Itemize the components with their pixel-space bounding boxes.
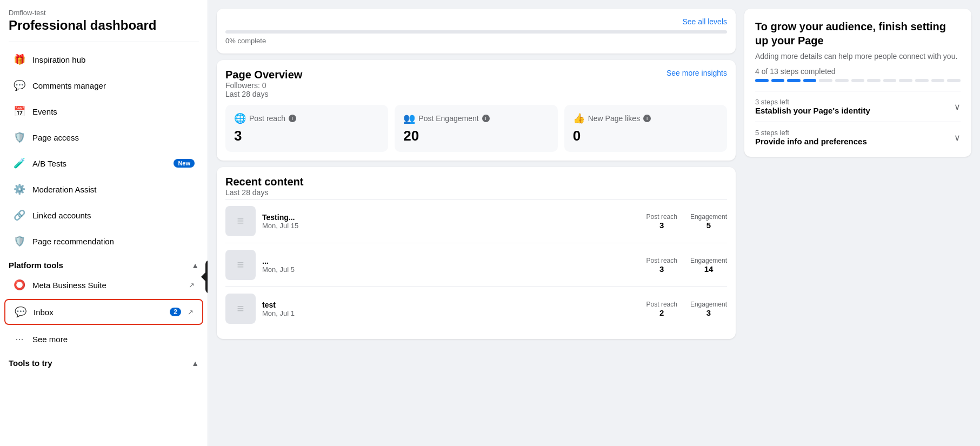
post-engagement-label: Post Engagement xyxy=(418,114,478,123)
content-stat-reach-2: Post reach 3 xyxy=(646,257,677,274)
nav-moderation-assist[interactable]: ⚙️ Moderation Assist xyxy=(4,177,203,201)
events-icon: 📅 xyxy=(13,105,26,118)
engagement-label-2: Engagement xyxy=(690,257,727,264)
sidebar-header: Dmflow-test Professional dashboard xyxy=(0,0,208,37)
step-title-1: Establish your Page's identity xyxy=(755,106,870,115)
see-all-levels-link[interactable]: See all levels xyxy=(683,17,728,26)
platform-tools-label: Platform tools xyxy=(9,261,63,270)
new-page-likes-value: 0 xyxy=(573,128,718,144)
nav-ab-tests[interactable]: 🧪 A/B Tests New xyxy=(4,151,203,175)
platform-tools-section[interactable]: Platform tools ▲ xyxy=(0,254,208,272)
reach-value-1: 3 xyxy=(659,221,664,230)
establish-identity-chevron-icon: ∨ xyxy=(954,102,961,112)
metrics-row: 🌐 Post reach i 3 👥 Post Engagement i 20 xyxy=(225,105,727,152)
content-stat-engagement-2: Engagement 14 xyxy=(690,257,727,274)
content-stats-1: Post reach 3 Engagement 5 xyxy=(646,213,727,230)
linked-accounts-icon: 🔗 xyxy=(13,209,26,222)
post-engagement-icon: 👥 xyxy=(403,112,415,124)
recent-content-card: Recent content Last 28 days ≡ Testing...… xyxy=(217,167,736,339)
reach-label-3: Post reach xyxy=(646,301,677,308)
nav-see-more[interactable]: ··· See more xyxy=(4,327,203,351)
content-thumb-1: ≡ xyxy=(225,206,256,236)
inbox-icon: 💬 xyxy=(14,305,27,318)
content-stats-3: Post reach 2 Engagement 3 xyxy=(646,301,727,317)
nav-label-events: Events xyxy=(32,107,195,116)
sidebar-divider xyxy=(9,42,199,42)
grow-desc: Adding more details can help more people… xyxy=(755,52,961,61)
content-stats-2: Post reach 3 Engagement 14 xyxy=(646,257,727,274)
post-engagement-info-icon[interactable]: i xyxy=(482,115,490,122)
new-page-likes-info-icon[interactable]: i xyxy=(643,115,651,122)
nav-label-page-access: Page access xyxy=(32,133,195,142)
external-link-icon: ↗ xyxy=(189,281,195,289)
metric-post-engagement: 👥 Post Engagement i 20 xyxy=(395,105,557,152)
content-item-1[interactable]: ≡ Testing... Mon, Jul 15 Post reach 3 En… xyxy=(225,199,727,243)
tools-to-try-chevron-icon: ▲ xyxy=(191,359,199,368)
post-reach-info-icon[interactable]: i xyxy=(289,115,296,122)
nav-events[interactable]: 📅 Events xyxy=(4,99,203,123)
reach-value-2: 3 xyxy=(659,264,664,274)
meta-business-suite-icon: ⭕ xyxy=(13,278,26,291)
metric-post-reach-label-row: 🌐 Post reach i xyxy=(234,112,379,124)
new-page-likes-icon: 👍 xyxy=(573,112,585,124)
main-left-panel: See all levels 0% complete Page Overview… xyxy=(217,9,736,437)
nav-inbox[interactable]: 💬 Inbox 2 ↗ xyxy=(4,299,203,325)
page-access-icon: 🛡️ xyxy=(13,131,26,144)
recent-content-title: Recent content xyxy=(225,176,727,188)
new-page-likes-label: New Page likes xyxy=(588,114,641,123)
nav-page-recommendation[interactable]: 🛡️ Page recommendation xyxy=(4,229,203,253)
steps-dots xyxy=(755,79,961,82)
engagement-value-2: 14 xyxy=(704,264,714,274)
step-item-establish-identity[interactable]: 3 steps left Establish your Page's ident… xyxy=(755,98,961,115)
step-dot-10 xyxy=(899,79,912,82)
step-steps-left-1: 3 steps left xyxy=(755,98,870,106)
step-dot-6 xyxy=(835,79,849,82)
tools-to-try-label: Tools to try xyxy=(9,358,52,368)
nav-label-see-more: See more xyxy=(32,335,195,344)
levels-card: See all levels 0% complete xyxy=(217,9,736,54)
nav-label-meta-business-suite: Meta Business Suite xyxy=(32,281,182,290)
nav-label-moderation-assist: Moderation Assist xyxy=(32,185,195,194)
content-item-3[interactable]: ≡ test Mon, Jul 1 Post reach 2 Engagemen… xyxy=(225,287,727,330)
content-date-2: Mon, Jul 5 xyxy=(262,265,640,274)
provide-info-chevron-icon: ∨ xyxy=(954,132,961,143)
nav-meta-business-suite[interactable]: ⭕ Meta Business Suite ↗ xyxy=(4,273,203,297)
moderation-assist-icon: ⚙️ xyxy=(13,183,26,196)
content-name-1: Testing... xyxy=(262,213,640,222)
nav-inspiration-hub[interactable]: 🎁 Inspiration hub xyxy=(4,48,203,71)
step-dot-7 xyxy=(851,79,865,82)
page-overview-card: Page Overview Followers: 0 Last 28 days … xyxy=(217,60,736,161)
overview-title-block: Page Overview Followers: 0 Last 28 days xyxy=(225,69,302,98)
recent-content-period: Last 28 days xyxy=(225,188,727,197)
levels-top-row: See all levels xyxy=(225,17,727,26)
nav-label-ab-tests: A/B Tests xyxy=(32,159,167,168)
step-dot-5 xyxy=(819,79,832,82)
step-dot-11 xyxy=(915,79,929,82)
step-dot-12 xyxy=(931,79,945,82)
post-reach-label: Post reach xyxy=(249,114,285,123)
platform-tools-chevron-icon: ▲ xyxy=(191,261,199,270)
steps-progress-label: 4 of 13 steps completed xyxy=(755,67,961,76)
overview-followers: Followers: 0 xyxy=(225,81,302,90)
step-item-provide-info[interactable]: 5 steps left Provide info and preference… xyxy=(755,129,961,146)
nav-page-access[interactable]: 🛡️ Page access xyxy=(4,125,203,149)
nav-label-comments-manager: Comments manager xyxy=(32,81,195,90)
see-more-insights-link[interactable]: See more insights xyxy=(666,69,727,77)
grow-card: To grow your audience, finish setting up… xyxy=(744,9,971,157)
ab-tests-icon: 🧪 xyxy=(13,157,26,170)
grow-divider-1 xyxy=(755,91,961,91)
reach-label-2: Post reach xyxy=(646,257,677,264)
content-thumb-3: ≡ xyxy=(225,294,256,324)
main-content: See all levels 0% complete Page Overview… xyxy=(208,0,980,446)
nav-linked-accounts[interactable]: 🔗 Linked accounts xyxy=(4,203,203,227)
step-dot-9 xyxy=(883,79,897,82)
content-info-3: test Mon, Jul 1 xyxy=(262,301,640,317)
step-dot-2 xyxy=(771,79,785,82)
tools-to-try-section[interactable]: Tools to try ▲ xyxy=(0,352,208,370)
grow-divider-2 xyxy=(755,122,961,122)
content-stat-reach-3: Post reach 2 xyxy=(646,301,677,317)
content-item-2[interactable]: ≡ ... Mon, Jul 5 Post reach 3 Engagement… xyxy=(225,243,727,287)
sidebar-title: Professional dashboard xyxy=(9,18,199,33)
nav-comments-manager[interactable]: 💬 Comments manager xyxy=(4,74,203,97)
see-more-icon: ··· xyxy=(13,332,26,345)
